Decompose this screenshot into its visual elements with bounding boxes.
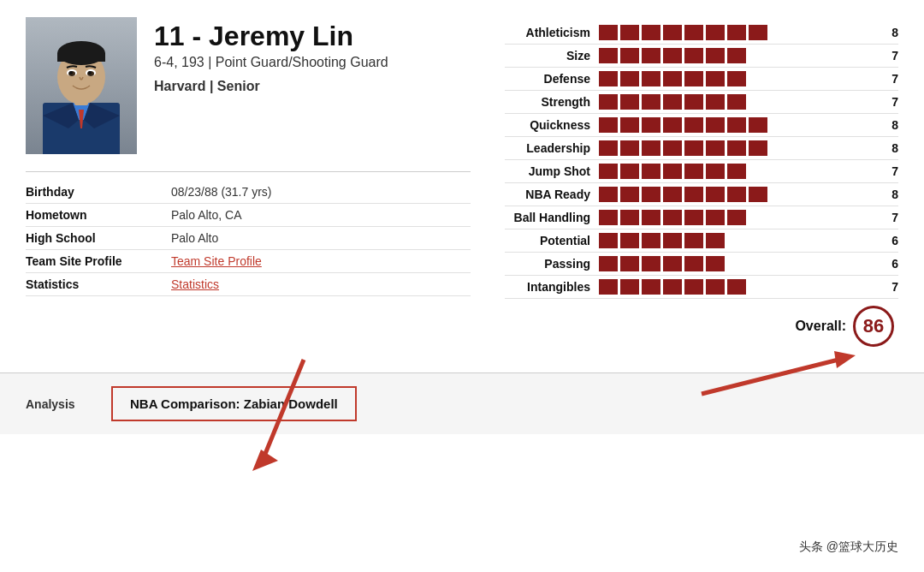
stat-block	[706, 279, 725, 295]
stat-block	[599, 233, 618, 248]
stat-block	[749, 233, 767, 248]
stat-block	[599, 256, 618, 271]
stat-block	[791, 164, 810, 179]
teamsite-label: Team Site Profile	[26, 254, 171, 268]
stat-label: Intangibles	[505, 280, 599, 294]
stat-label: Size	[505, 49, 599, 63]
stat-block	[620, 210, 639, 225]
player-info-section: 11 - Jeremy Lin 6-4, 193 | Point Guard/S…	[26, 17, 471, 347]
stat-row: Strength7	[505, 91, 898, 114]
stat-block	[663, 279, 682, 295]
stat-block	[663, 233, 682, 248]
stat-bar	[599, 25, 877, 40]
stat-block	[684, 279, 703, 295]
stat-block	[663, 164, 682, 179]
stat-block	[770, 210, 789, 225]
stat-block	[684, 164, 703, 179]
stat-block	[663, 187, 682, 202]
stat-block	[684, 94, 703, 110]
stat-block	[642, 117, 660, 133]
stat-block	[791, 140, 810, 156]
stat-block	[791, 94, 810, 110]
stat-label: Leadership	[505, 141, 599, 155]
stat-block	[642, 25, 660, 40]
stat-block	[663, 210, 682, 225]
stat-value: 6	[877, 234, 898, 247]
stat-block	[727, 256, 746, 271]
stat-block	[727, 187, 746, 202]
stat-block	[663, 117, 682, 133]
stat-block	[706, 210, 725, 225]
stat-block	[642, 164, 660, 179]
stat-row: Potential6	[505, 229, 898, 253]
stat-block	[706, 94, 725, 110]
highschool-value: Palo Alto	[171, 231, 218, 245]
stat-block	[727, 279, 746, 295]
stat-label: Potential	[505, 234, 599, 247]
stat-row: Leadership8	[505, 137, 898, 160]
stat-value: 6	[877, 257, 898, 271]
stat-block	[642, 94, 660, 110]
stat-block	[642, 71, 660, 86]
stat-block	[663, 256, 682, 271]
stat-label: Ball Handling	[505, 211, 599, 224]
stat-block	[770, 94, 789, 110]
stat-label: Passing	[505, 257, 599, 271]
stat-block	[706, 117, 725, 133]
stat-value: 8	[877, 118, 898, 132]
nba-comparison: NBA Comparison: Zabian Dowdell	[111, 386, 357, 421]
stat-block	[749, 94, 767, 110]
stat-block	[749, 210, 767, 225]
hometown-label: Hometown	[26, 208, 171, 222]
stat-block	[599, 140, 618, 156]
stat-bar	[599, 71, 877, 86]
stat-block	[620, 71, 639, 86]
overall-score: 86	[853, 306, 894, 347]
stat-block	[642, 187, 660, 202]
stat-row: Athleticism8	[505, 21, 898, 45]
watermark: 头条 @篮球大历史	[799, 539, 898, 555]
stat-block	[599, 71, 618, 86]
stat-block	[706, 164, 725, 179]
stat-block	[770, 233, 789, 248]
stat-label: Quickness	[505, 118, 599, 132]
hometown-value: Palo Alto, CA	[171, 208, 242, 222]
stat-value: 7	[877, 211, 898, 224]
stat-block	[684, 233, 703, 248]
overall-label: Overall:	[795, 319, 846, 334]
stat-block	[599, 117, 618, 133]
stat-block	[620, 94, 639, 110]
stat-block	[749, 48, 767, 63]
stat-block	[620, 117, 639, 133]
player-photo	[26, 17, 137, 154]
stat-block	[727, 140, 746, 156]
analysis-label: Analysis	[26, 397, 111, 411]
stat-block	[749, 187, 767, 202]
stat-block	[749, 256, 767, 271]
stat-block	[791, 210, 810, 225]
overall-row: Overall: 86	[505, 306, 898, 347]
stat-row: Intangibles7	[505, 276, 898, 299]
stat-block	[706, 48, 725, 63]
stat-value: 7	[877, 95, 898, 109]
svg-marker-17	[252, 450, 278, 471]
stat-block	[663, 94, 682, 110]
stat-row: Quickness8	[505, 114, 898, 137]
stat-block	[642, 210, 660, 225]
stat-label: NBA Ready	[505, 188, 599, 201]
stat-block	[706, 256, 725, 271]
stat-block	[642, 233, 660, 248]
teamsite-link[interactable]: Team Site Profile	[171, 254, 262, 268]
stat-block	[599, 94, 618, 110]
stat-block	[770, 164, 789, 179]
stat-block	[727, 94, 746, 110]
stat-row: Jump Shot7	[505, 160, 898, 183]
stat-block	[770, 256, 789, 271]
stat-block	[706, 187, 725, 202]
stat-block	[770, 279, 789, 295]
stat-row: Ball Handling7	[505, 206, 898, 229]
stat-block	[599, 187, 618, 202]
statistics-row: Statistics Statistics	[26, 273, 471, 296]
stat-block	[727, 164, 746, 179]
statistics-link[interactable]: Statistics	[171, 277, 219, 291]
